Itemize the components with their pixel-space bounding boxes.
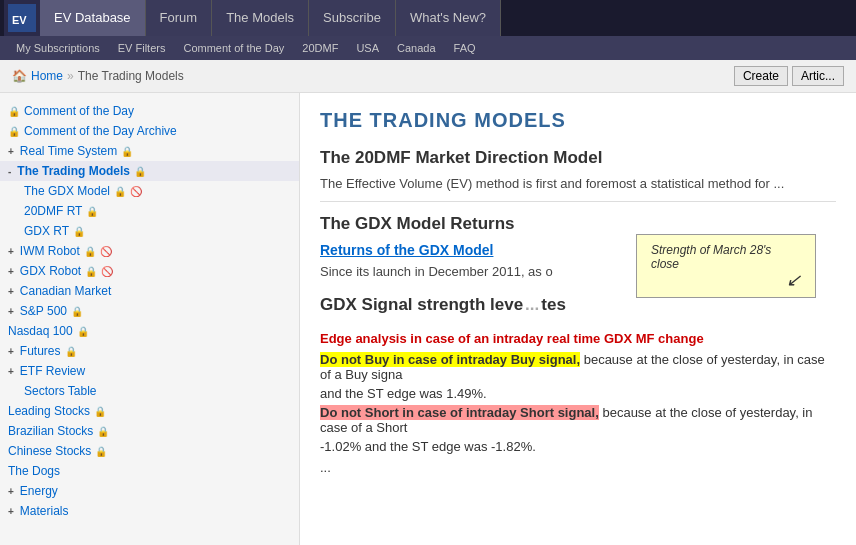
sidebar-item-real-time-system[interactable]: + Real Time System 🔒: [0, 141, 299, 161]
expand-icon-gdx-robot: +: [8, 266, 14, 277]
sidebar-link-gdx-rt[interactable]: GDX RT: [24, 224, 69, 238]
line2-highlight: Do not Short in case of intraday Short s…: [320, 405, 599, 420]
sidebar-link-gdx-robot[interactable]: GDX Robot: [20, 264, 81, 278]
content-area: THE TRADING MODELS The 20DMF Market Dire…: [300, 93, 856, 545]
nav-tab-ev-database[interactable]: EV Database: [40, 0, 146, 36]
sidebar-link-iwm-robot[interactable]: IWM Robot: [20, 244, 80, 258]
sidebar-link-chinese-stocks[interactable]: Chinese Stocks: [8, 444, 91, 458]
sidebar-link-20dmf-rt[interactable]: 20DMF RT: [24, 204, 82, 218]
section3-title-part3: tes: [541, 295, 566, 315]
line1-text: Do not Buy in case of intraday Buy signa…: [320, 352, 836, 382]
sidebar-link-futures[interactable]: Futures: [20, 344, 61, 358]
sidebar-item-trading-models[interactable]: - The Trading Models 🔒: [0, 161, 299, 181]
sidebar-link-trading-models[interactable]: The Trading Models: [17, 164, 130, 178]
sidebar-link-leading-stocks[interactable]: Leading Stocks: [8, 404, 90, 418]
no-image-icon-gdx-robot: 🚫: [101, 266, 113, 277]
nav-my-subscriptions[interactable]: My Subscriptions: [8, 36, 108, 60]
nav-tab-models[interactable]: The Models: [212, 0, 309, 36]
sidebar-link-nasdaq[interactable]: Nasdaq 100: [8, 324, 73, 338]
sidebar-item-brazilian-stocks[interactable]: Brazilian Stocks 🔒: [0, 421, 299, 441]
lock-icon: 🔒: [8, 106, 20, 117]
sidebar-link-energy[interactable]: Energy: [20, 484, 58, 498]
sidebar-item-sectors-table[interactable]: Sectors Table: [0, 381, 299, 401]
no-image-icon-iwm: 🚫: [100, 246, 112, 257]
section3-title-area: GDX Signal strength leve ... tes: [320, 295, 836, 323]
nav-tab-subscribe[interactable]: Subscribe: [309, 0, 396, 36]
sidebar-item-gdx-rt[interactable]: GDX RT 🔒: [0, 221, 299, 241]
nav-faq[interactable]: FAQ: [446, 36, 484, 60]
tooltip-arrow: ↙: [651, 271, 801, 289]
nav-20dmf[interactable]: 20DMF: [294, 36, 346, 60]
svg-text:EV: EV: [12, 14, 27, 26]
edge-analysis-title: Edge analysis in case of an intraday rea…: [320, 331, 836, 346]
page-title: THE TRADING MODELS: [320, 109, 836, 132]
article-button[interactable]: Artic...: [792, 66, 844, 86]
sidebar-item-chinese-stocks[interactable]: Chinese Stocks 🔒: [0, 441, 299, 461]
nav-canada[interactable]: Canada: [389, 36, 444, 60]
sidebar-item-canadian-market[interactable]: + Canadian Market: [0, 281, 299, 301]
nav-ev-filters[interactable]: EV Filters: [110, 36, 174, 60]
main-layout: 🔒 Comment of the Day 🔒 Comment of the Da…: [0, 93, 856, 545]
lock-icon-gdx-robot: 🔒: [85, 266, 97, 277]
sidebar-item-gdx-model[interactable]: The GDX Model 🔒 🚫: [0, 181, 299, 201]
sidebar-link-the-dogs[interactable]: The Dogs: [8, 464, 60, 478]
sidebar-item-sp500[interactable]: + S&P 500 🔒: [0, 301, 299, 321]
divider1: [320, 201, 836, 202]
sidebar-link-sp500[interactable]: S&P 500: [20, 304, 67, 318]
sidebar-link-comment-archive[interactable]: Comment of the Day Archive: [24, 124, 177, 138]
sidebar-link-etf-review[interactable]: ETF Review: [20, 364, 85, 378]
breadcrumb: 🏠 Home » The Trading Models Create Artic…: [0, 60, 856, 93]
sidebar-item-gdx-robot[interactable]: + GDX Robot 🔒 🚫: [0, 261, 299, 281]
expand-icon-futures: +: [8, 346, 14, 357]
sidebar-item-comment-of-day-archive[interactable]: 🔒 Comment of the Day Archive: [0, 121, 299, 141]
line1-end: and the ST edge was 1.49%.: [320, 386, 836, 401]
sidebar-item-comment-of-day[interactable]: 🔒 Comment of the Day: [0, 101, 299, 121]
sidebar-item-iwm-robot[interactable]: + IWM Robot 🔒 🚫: [0, 241, 299, 261]
section2-text-area: Since its launch in December 2011, as o …: [320, 264, 836, 279]
ellipsis-text: ...: [320, 460, 836, 475]
breadcrumb-current: The Trading Models: [78, 69, 184, 83]
sidebar-link-gdx-model[interactable]: The GDX Model: [24, 184, 110, 198]
line1-highlight: Do not Buy in case of intraday Buy signa…: [320, 352, 580, 367]
lock-icon-sp500: 🔒: [71, 306, 83, 317]
expand-icon-iwm: +: [8, 246, 14, 257]
nav-comment-of-day[interactable]: Comment of the Day: [175, 36, 292, 60]
top-navigation: EV EV Database Forum The Models Subscrib…: [0, 0, 856, 36]
lock-icon-archive: 🔒: [8, 126, 20, 137]
sidebar-item-leading-stocks[interactable]: Leading Stocks 🔒: [0, 401, 299, 421]
lock-icon-rts: 🔒: [121, 146, 133, 157]
line2-text: Do not Short in case of intraday Short s…: [320, 405, 836, 435]
lock-icon-leading: 🔒: [94, 406, 106, 417]
create-button[interactable]: Create: [734, 66, 788, 86]
no-image-icon: 🚫: [130, 186, 142, 197]
expand-icon-materials: +: [8, 506, 14, 517]
sidebar-item-nasdaq[interactable]: Nasdaq 100 🔒: [0, 321, 299, 341]
sidebar-link-sectors-table[interactable]: Sectors Table: [24, 384, 97, 398]
breadcrumb-separator: »: [67, 69, 74, 83]
lock-icon-gdx-rt: 🔒: [73, 226, 85, 237]
expand-icon-canada: +: [8, 286, 14, 297]
nav-usa[interactable]: USA: [348, 36, 387, 60]
lock-icon-20dmf-rt: 🔒: [86, 206, 98, 217]
section2-title: The GDX Model Returns: [320, 214, 836, 234]
tooltip-text: Strength of March 28's close: [651, 243, 771, 271]
nav-tab-whats-new[interactable]: What's New?: [396, 0, 501, 36]
expand-icon-sp500: +: [8, 306, 14, 317]
sidebar-item-etf-review[interactable]: + ETF Review: [0, 361, 299, 381]
site-logo: EV: [4, 0, 40, 36]
sidebar-link-canadian-market[interactable]: Canadian Market: [20, 284, 111, 298]
sidebar-link-comment-of-day[interactable]: Comment of the Day: [24, 104, 134, 118]
sidebar-item-20dmf-rt[interactable]: 20DMF RT 🔒: [0, 201, 299, 221]
sidebar-link-brazilian-stocks[interactable]: Brazilian Stocks: [8, 424, 93, 438]
breadcrumb-home[interactable]: Home: [31, 69, 63, 83]
sidebar-item-the-dogs[interactable]: The Dogs: [0, 461, 299, 481]
header-buttons: Create Artic...: [734, 66, 844, 86]
sidebar-item-energy[interactable]: + Energy: [0, 481, 299, 501]
sidebar-item-materials[interactable]: + Materials: [0, 501, 299, 521]
sidebar-link-materials[interactable]: Materials: [20, 504, 69, 518]
sidebar-item-futures[interactable]: + Futures 🔒: [0, 341, 299, 361]
lock-icon-models: 🔒: [134, 166, 146, 177]
home-icon: 🏠: [12, 69, 27, 83]
nav-tab-forum[interactable]: Forum: [146, 0, 213, 36]
sidebar-link-real-time-system[interactable]: Real Time System: [20, 144, 117, 158]
